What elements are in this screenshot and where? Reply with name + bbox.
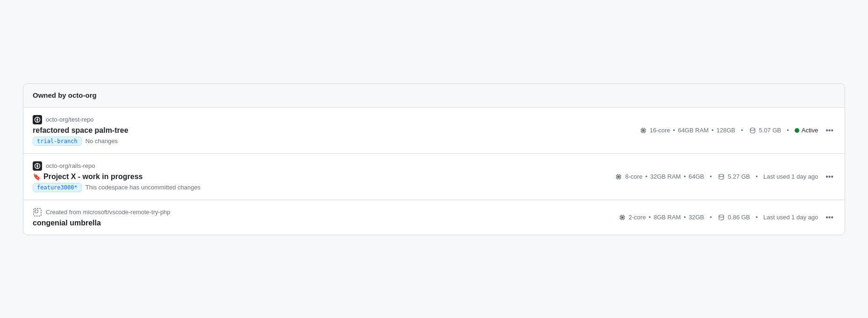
specs-ram-3: 8GB RAM (654, 214, 681, 221)
disk-icon-2 (718, 173, 725, 181)
codespace-item-1: octo-org/test-repo refactored space palm… (23, 108, 845, 154)
specs-disk-1: 5.07 GB (759, 127, 782, 134)
specs-storage-2: 64GB (689, 173, 704, 180)
svg-point-31 (719, 174, 724, 176)
disk-icon-3 (718, 213, 725, 221)
item-right-1: 16-core • 64GB RAM • 128GB • 5.07 GB • (640, 124, 835, 137)
codespace-item-2: octo-org/rails-repo 🔖 Project X - work i… (23, 154, 845, 200)
cpu-icon-2 (615, 173, 622, 181)
disk-group-3: 0.86 GB (718, 213, 750, 221)
specs-storage-3: 32GB (689, 214, 704, 221)
svg-point-15 (750, 128, 755, 130)
specs-cpu-1: 16-core (650, 127, 670, 134)
status-label-1: Active (802, 127, 818, 134)
cpu-icon-1 (640, 126, 647, 134)
more-button-1[interactable]: ••• (824, 124, 835, 137)
repo-path-2: octo-org/rails-repo (46, 162, 95, 169)
disk-icon-1 (749, 126, 756, 134)
branch-line-1: trial-branch No changes (33, 137, 128, 146)
branch-note-1: No changes (85, 137, 118, 145)
codespace-name-1: refactored space palm-tree (33, 126, 128, 135)
status-label-3: Last used 1 day ago (763, 214, 818, 221)
disk-group-1: 5.07 GB (749, 126, 782, 134)
github-repo-icon-1 (33, 115, 42, 124)
specs-ram-1: 64GB RAM (678, 127, 709, 134)
status-label-2: Last used 1 day ago (763, 173, 818, 180)
repo-line-3: Created from microsoft/vscode-remote-try… (33, 208, 171, 217)
codespace-name-2: 🔖 Project X - work in progress (33, 173, 200, 181)
svg-rect-22 (618, 175, 620, 178)
specs-group-2: 8-core • 32GB RAM • 64GB (615, 173, 704, 181)
status-active-1: Active (795, 127, 818, 134)
svg-point-44 (719, 215, 724, 217)
specs-storage-1: 128GB (716, 127, 735, 134)
branch-badge-1: trial-branch (33, 137, 82, 146)
svg-rect-35 (621, 216, 623, 218)
codespace-name-3: congenial umbrella (33, 219, 171, 227)
specs-ram-2: 32GB RAM (650, 173, 681, 180)
specs-group-1: 16-core • 64GB RAM • 128GB (640, 126, 735, 134)
specs-disk-2: 5.27 GB (728, 173, 750, 180)
github-repo-icon-2 (33, 161, 42, 171)
card-header: Owned by octo-org (23, 84, 845, 108)
more-button-2[interactable]: ••• (824, 171, 835, 183)
item-right-2: 8-core • 32GB RAM • 64GB • 5.27 GB • Las… (615, 171, 835, 183)
bookmark-icon-2: 🔖 (33, 173, 41, 181)
branch-note-2: This codespace has uncommitted changes (85, 184, 200, 191)
more-button-3[interactable]: ••• (824, 211, 835, 224)
svg-point-18 (36, 165, 38, 167)
svg-rect-33 (35, 210, 38, 213)
repo-path-3: Created from microsoft/vscode-remote-try… (46, 209, 171, 216)
disk-group-2: 5.27 GB (718, 173, 750, 181)
active-dot-1 (795, 128, 799, 133)
branch-badge-2: feature3000* (33, 183, 82, 192)
repo-path-1: octo-org/test-repo (46, 116, 94, 123)
svg-rect-6 (642, 129, 644, 131)
template-icon-3 (33, 208, 42, 217)
codespace-item-3: Created from microsoft/vscode-remote-try… (23, 200, 845, 235)
item-right-3: 2-core • 8GB RAM • 32GB • 0.86 GB • Last… (619, 211, 835, 224)
codespaces-card: Owned by octo-org octo-org/test-repo ref… (23, 83, 845, 235)
item-left-3: Created from microsoft/vscode-remote-try… (33, 208, 171, 227)
branch-line-2: feature3000* This codespace has uncommit… (33, 183, 200, 192)
item-left-1: octo-org/test-repo refactored space palm… (33, 115, 128, 146)
item-left-2: octo-org/rails-repo 🔖 Project X - work i… (33, 161, 200, 192)
specs-disk-3: 0.86 GB (728, 214, 750, 221)
repo-line-2: octo-org/rails-repo (33, 161, 200, 171)
specs-group-3: 2-core • 8GB RAM • 32GB (619, 213, 704, 221)
cpu-icon-3 (619, 213, 626, 221)
repo-line-1: octo-org/test-repo (33, 115, 128, 124)
svg-point-2 (36, 119, 38, 121)
specs-cpu-3: 2-core (629, 214, 646, 221)
specs-cpu-2: 8-core (625, 173, 642, 180)
card-title: Owned by octo-org (33, 91, 97, 99)
